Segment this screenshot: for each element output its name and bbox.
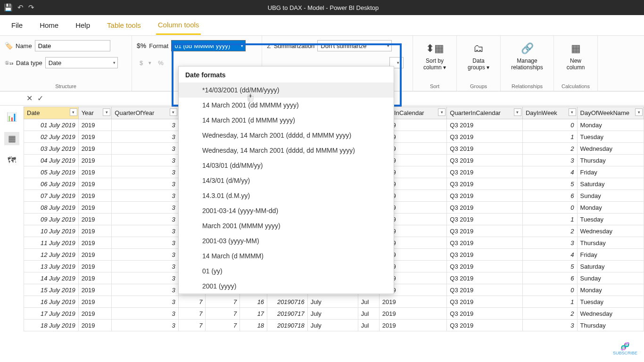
new-column-icon: ▦ xyxy=(568,41,584,57)
tab-column-tools[interactable]: Column tools xyxy=(156,16,201,35)
calculations-caption: Calculations xyxy=(559,82,593,90)
cancel-formula-icon[interactable]: ✕ xyxy=(26,94,33,103)
subscribe-badge: 🧬 SUBSCRIBE xyxy=(613,342,637,355)
format-option[interactable]: 14/3/01 (d/M/yy) xyxy=(179,173,394,188)
tab-table-tools[interactable]: Table tools xyxy=(105,16,143,34)
data-groups-label: Datagroups ▾ xyxy=(468,58,489,71)
save-icon[interactable]: 💾 xyxy=(4,3,13,12)
datatype-icon: ①₂₃ xyxy=(5,60,13,66)
col-dayinweek[interactable]: DayInWeek▾ xyxy=(522,107,577,119)
filter-icon[interactable]: ▾ xyxy=(438,108,446,116)
view-switcher: 📊 ▦ 🗺 xyxy=(0,107,24,167)
dna-icon: 🧬 xyxy=(613,342,637,351)
menu-tabs: File Home Help Table tools Column tools xyxy=(0,15,644,36)
ribbon-group-relationships: 🔗 Managerelationships Relationships xyxy=(501,36,554,91)
manage-relationships-button[interactable]: 🔗 Managerelationships xyxy=(505,39,549,71)
table-row[interactable]: 16 July 201920193771620190716JulyJul2019… xyxy=(24,296,644,308)
name-input[interactable] xyxy=(35,40,110,51)
relationships-icon: 🔗 xyxy=(519,41,535,57)
format-option[interactable]: 2001-03-14 (yyyy-MM-dd) xyxy=(179,203,394,218)
sort-icon: ⬍▦ xyxy=(427,41,443,57)
filter-icon[interactable]: ▾ xyxy=(70,108,77,116)
format-option[interactable]: *14/03/2001 (dd/MM/yyyy) xyxy=(179,82,394,98)
ribbon-group-calculations: ▦ Newcolumn Calculations xyxy=(554,36,598,91)
ribbon-group-groups: 🗂 Datagroups ▾ Groups xyxy=(457,36,501,91)
confirm-formula-icon[interactable]: ✓ xyxy=(37,94,43,103)
format-option[interactable]: 2001 (yyyy) xyxy=(179,279,394,294)
sigma-icon: Σ xyxy=(267,42,271,49)
sort-by-column-button[interactable]: ⬍▦ Sort bycolumn ▾ xyxy=(418,39,452,71)
table-row[interactable]: 18 July 201920193771820190718JulyJul2019… xyxy=(24,320,644,331)
format-dropdown-popup: Date formats *14/03/2001 (dd/MM/yyyy)14 … xyxy=(178,66,394,294)
col-quarterofyear[interactable]: QuarterOfYear▾ xyxy=(112,107,178,119)
tag-icon: 🏷️ xyxy=(5,42,13,49)
tab-help[interactable]: Help xyxy=(74,16,92,34)
datatype-value: Date xyxy=(49,59,61,66)
tab-home[interactable]: Home xyxy=(38,16,60,34)
popup-header: Date formats xyxy=(179,66,394,82)
datatype-dropdown[interactable]: Date ▾ xyxy=(45,57,118,68)
tab-file[interactable]: File xyxy=(9,16,25,34)
summarization-value: Don't summarize xyxy=(321,42,366,49)
ribbon-group-sort: ⬍▦ Sort bycolumn ▾ Sort xyxy=(413,36,457,91)
format-option[interactable]: 14 March (d MMMM) xyxy=(179,248,394,263)
sort-caption: Sort xyxy=(418,82,452,90)
ribbon-group-structure: 🏷️ Name ①₂₃ Data type Date ▾ Structure xyxy=(0,36,132,91)
new-column-button[interactable]: ▦ Newcolumn xyxy=(559,39,593,71)
manage-relationships-label: Managerelationships xyxy=(511,58,543,71)
format-dropdown[interactable]: 01 (dd MMMM yyyy) ▾ xyxy=(171,40,246,51)
filter-icon[interactable]: ▾ xyxy=(514,108,521,116)
title-bar: 💾 ↶ ↷ UBG to DAX - Model - Power BI Desk… xyxy=(0,0,644,15)
datatype-label: Data type xyxy=(16,59,42,66)
relationships-caption: Relationships xyxy=(505,82,549,90)
chevron-down-icon: ▾ xyxy=(113,60,116,65)
format-option[interactable]: 14/03/01 (dd/MM/yy) xyxy=(179,158,394,173)
col-date[interactable]: Date▾ xyxy=(24,107,79,119)
format-option[interactable]: 01 (yy) xyxy=(179,263,394,279)
data-groups-icon: 🗂 xyxy=(471,41,487,57)
format-option[interactable]: Wednesday, 14 March 2001 (dddd, d MMMM y… xyxy=(179,128,394,143)
format-option[interactable]: 14.3.01 (d.M.yy) xyxy=(179,188,394,203)
currency-button[interactable]: $ xyxy=(137,59,146,66)
percent-button[interactable]: % xyxy=(154,59,167,66)
chevron-down-icon: ▾ xyxy=(397,60,399,65)
redo-icon[interactable]: ↷ xyxy=(28,3,34,12)
filter-icon[interactable]: ▾ xyxy=(569,108,576,116)
filter-icon[interactable]: ▾ xyxy=(635,108,643,116)
report-view-button[interactable]: 📊 xyxy=(4,110,19,123)
filter-icon[interactable]: ▾ xyxy=(103,108,110,116)
groups-caption: Groups xyxy=(462,82,495,90)
data-view-button[interactable]: ▦ xyxy=(4,132,19,145)
filter-icon[interactable]: ▾ xyxy=(170,108,177,116)
summarization-label: Summarization xyxy=(274,42,315,49)
format-icon: $% xyxy=(137,42,146,49)
new-column-label: Newcolumn xyxy=(567,58,585,71)
subscribe-label: SUBSCRIBE xyxy=(613,351,637,355)
table-row[interactable]: 17 July 201920193771720190717JulyJul2019… xyxy=(24,308,644,320)
format-label: Format xyxy=(149,42,168,49)
format-option[interactable]: 14 March 2001 (d MMMM yyyy) xyxy=(179,113,394,128)
format-option[interactable]: Wednesday, 14 March 2001 (dddd, dd MMMM … xyxy=(179,143,394,158)
col-year[interactable]: Year▾ xyxy=(78,107,112,119)
name-label: Name xyxy=(16,42,32,49)
format-option[interactable]: March 2001 (MMMM yyyy) xyxy=(179,218,394,233)
format-value: 01 (dd MMMM yyyy) xyxy=(174,42,230,49)
undo-icon[interactable]: ↶ xyxy=(17,3,24,12)
window-title: UBG to DAX - Model - Power BI Desktop xyxy=(34,4,612,11)
col-dayofweekname[interactable]: DayOfWeekName▾ xyxy=(577,107,644,119)
chevron-down-icon: ▾ xyxy=(387,43,389,48)
summarization-dropdown[interactable]: Don't summarize ▾ xyxy=(317,40,392,51)
data-groups-button[interactable]: 🗂 Datagroups ▾ xyxy=(462,39,495,71)
chevron-down-icon: ▾ xyxy=(241,43,243,48)
col-quarterincalendar[interactable]: QuarterInCalendar▾ xyxy=(447,107,523,119)
quick-access-toolbar: 💾 ↶ ↷ xyxy=(4,3,34,12)
sort-by-column-label: Sort bycolumn ▾ xyxy=(423,58,446,71)
structure-caption: Structure xyxy=(5,82,127,90)
format-option[interactable]: 14 March 2001 (dd MMMM yyyy) xyxy=(179,98,394,113)
model-view-button[interactable]: 🗺 xyxy=(4,154,19,167)
format-option[interactable]: 2001-03 (yyyy-MM) xyxy=(179,233,394,248)
